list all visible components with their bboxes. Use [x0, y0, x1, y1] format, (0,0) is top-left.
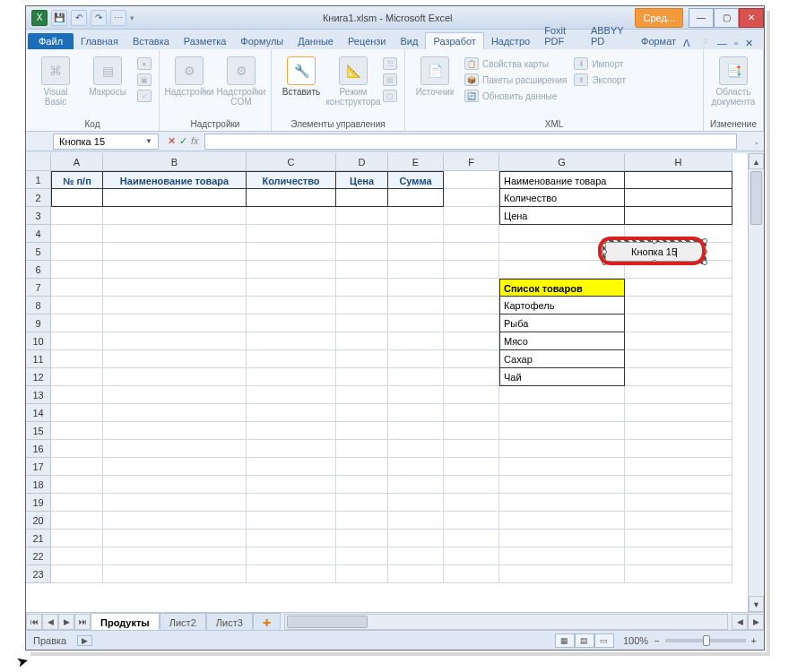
cell[interactable]: [103, 547, 247, 565]
cell[interactable]: [247, 512, 336, 530]
cell[interactable]: Мясо: [499, 332, 625, 350]
fx-icon[interactable]: fx: [191, 135, 199, 147]
cell[interactable]: [247, 440, 336, 458]
tab-data[interactable]: Данные: [290, 33, 341, 49]
cell[interactable]: [625, 171, 732, 189]
cell[interactable]: [247, 368, 336, 386]
resize-handle[interactable]: [652, 260, 657, 265]
cell[interactable]: [336, 440, 388, 458]
properties-button[interactable]: ☷: [381, 56, 399, 71]
refresh-data-button[interactable]: 🔄Обновить данные: [463, 89, 568, 103]
cell[interactable]: [499, 458, 625, 476]
column-header[interactable]: B: [103, 153, 247, 171]
cell[interactable]: [444, 350, 499, 368]
cell[interactable]: [444, 530, 499, 547]
cell[interactable]: [336, 422, 388, 440]
qat-redo-button[interactable]: ↷: [91, 10, 107, 26]
cell[interactable]: [103, 297, 247, 314]
cell[interactable]: [51, 297, 103, 314]
cell[interactable]: [51, 350, 103, 368]
cell[interactable]: № п/п: [51, 171, 103, 189]
tab-abbyy[interactable]: ABBYY PD: [584, 22, 634, 49]
macro-record-icon[interactable]: ▶: [77, 635, 92, 646]
row-header[interactable]: 1: [26, 171, 51, 189]
tab-review[interactable]: Рецензи: [341, 33, 394, 49]
cell[interactable]: [336, 458, 388, 476]
cell[interactable]: [51, 404, 103, 422]
cell[interactable]: [336, 279, 388, 297]
visual-basic-button[interactable]: ⌘Visual Basic: [31, 53, 80, 107]
row-header[interactable]: 6: [26, 261, 51, 279]
cell[interactable]: [499, 565, 625, 583]
column-header[interactable]: E: [388, 153, 444, 171]
cell[interactable]: [625, 207, 732, 225]
cell[interactable]: [499, 547, 625, 565]
cell[interactable]: Цена: [499, 207, 625, 225]
tab-layout[interactable]: Разметка: [177, 33, 234, 49]
sheet-tab-active[interactable]: Продукты: [91, 613, 160, 631]
scroll-right-icon[interactable]: ▶: [748, 614, 764, 630]
cell[interactable]: [103, 494, 247, 512]
cell[interactable]: [625, 189, 732, 207]
row-header[interactable]: 20: [26, 512, 51, 530]
cell[interactable]: [51, 261, 103, 279]
row-header[interactable]: 18: [26, 476, 51, 494]
column-header[interactable]: C: [247, 153, 336, 171]
cell[interactable]: [103, 440, 247, 458]
cell[interactable]: [247, 297, 336, 314]
com-addins-button[interactable]: ⚙Надстройки COM: [217, 53, 265, 107]
cell[interactable]: [51, 243, 103, 261]
cell[interactable]: [388, 386, 444, 404]
cell[interactable]: [444, 225, 499, 243]
cell[interactable]: [625, 494, 732, 512]
cell[interactable]: [103, 458, 247, 476]
view-normal-button[interactable]: ▦: [555, 633, 575, 648]
cell[interactable]: [51, 189, 103, 207]
cell[interactable]: [388, 458, 444, 476]
cell[interactable]: [444, 404, 499, 422]
tab-formulas[interactable]: Формулы: [233, 33, 290, 49]
cell[interactable]: [444, 422, 499, 440]
cell[interactable]: [388, 225, 444, 243]
cell[interactable]: [247, 422, 336, 440]
cell[interactable]: [625, 386, 732, 404]
cell[interactable]: [444, 458, 499, 476]
tab-insert[interactable]: Вставка: [126, 33, 177, 49]
cell[interactable]: [499, 422, 625, 440]
cell[interactable]: [336, 314, 388, 332]
zoom-out-button[interactable]: −: [654, 635, 659, 646]
cell[interactable]: [247, 243, 336, 261]
vertical-scrollbar[interactable]: ▲ ▼: [748, 153, 764, 612]
macros-button[interactable]: ▤Макросы: [83, 53, 132, 97]
cell[interactable]: [103, 243, 247, 261]
cell[interactable]: [444, 476, 499, 494]
row-header[interactable]: 9: [26, 314, 51, 332]
cell[interactable]: [625, 350, 732, 368]
cell[interactable]: [388, 368, 444, 386]
cell[interactable]: [444, 207, 499, 225]
cell[interactable]: [336, 207, 388, 225]
help-icon[interactable]: ❔: [698, 38, 710, 49]
export-button[interactable]: ⬆Экспорт: [572, 73, 628, 87]
resize-handle[interactable]: [602, 238, 607, 244]
cell[interactable]: [103, 279, 247, 297]
cell[interactable]: [103, 332, 247, 350]
cell[interactable]: [336, 494, 388, 512]
cell[interactable]: [103, 476, 247, 494]
cell[interactable]: [444, 314, 499, 332]
cell[interactable]: [51, 207, 103, 225]
cell[interactable]: [625, 332, 732, 350]
cell[interactable]: [336, 225, 388, 243]
cell[interactable]: [444, 243, 499, 261]
cell[interactable]: [625, 547, 732, 565]
community-button[interactable]: Сред...: [635, 8, 683, 28]
row-header[interactable]: 16: [26, 440, 51, 458]
cell[interactable]: Рыба: [499, 314, 625, 332]
resize-handle[interactable]: [702, 238, 707, 244]
row-header[interactable]: 10: [26, 332, 51, 350]
resize-handle[interactable]: [602, 249, 607, 254]
cell[interactable]: [336, 297, 388, 314]
cell[interactable]: [336, 189, 388, 207]
cell[interactable]: [247, 189, 336, 207]
cell[interactable]: [388, 261, 444, 279]
